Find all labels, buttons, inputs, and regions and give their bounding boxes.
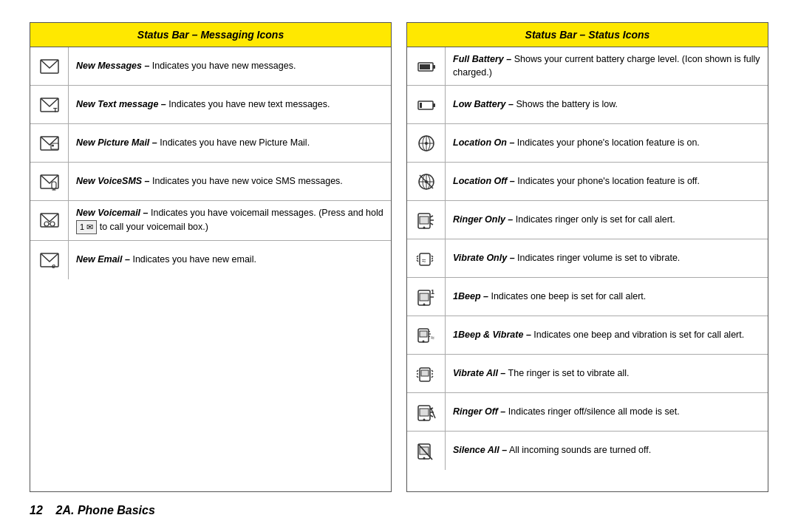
svg-point-26 [425,142,428,145]
svg-point-76 [423,457,425,460]
table-row: New Voicemail – Indicates you have voice… [30,201,391,241]
table-row: Ringer Only – Indicates ringer only is s… [407,201,768,239]
svg-text:1: 1 [431,288,434,296]
svg-point-5 [52,144,54,146]
table-row: Silence All – All incoming sounds are tu… [407,432,768,470]
ringer-only-icon [407,201,446,239]
tables-row: Status Bar – Messaging Icons New Message… [30,22,768,492]
svg-text:T: T [53,106,58,114]
svg-line-45 [432,260,433,262]
table-row: Ringer Off – Indicates ringer off/silenc… [407,393,768,432]
svg-rect-21 [433,103,435,107]
table-row: New VoiceSMS – Indicates you have new vo… [30,163,391,201]
silence-all-icon [407,432,446,470]
svg-rect-68 [420,409,429,416]
new-picture-text: New Picture Mail – Indicates you have ne… [69,131,391,156]
new-voicemail-text: New Voicemail – Indicates you have voice… [69,201,391,240]
one-beep-text: 1Beep – Indicates one beep is set for ca… [446,284,768,310]
svg-line-60 [417,370,418,372]
svg-point-12 [50,222,55,226]
key-1: 1 ✉ [76,220,97,234]
svg-text:e: e [52,262,55,270]
new-text-text: New Text message – Indicates you have ne… [69,92,391,117]
footer: 12 2A. Phone Basics [30,504,768,517]
table-row: Location Off – Indicates your phone's lo… [407,163,768,201]
location-on-icon [407,124,446,162]
vibrate-only-icon: ≈ [407,239,446,277]
left-table: Status Bar – Messaging Icons New Message… [30,22,392,492]
svg-rect-34 [420,216,429,224]
right-table: Status Bar – Status Icons Full Battery –… [406,22,768,492]
table-row: 1 1Beep – Indicates one beep is set for … [407,278,768,316]
vibrate-all-icon [407,355,446,392]
left-table-header: Status Bar – Messaging Icons [30,23,391,47]
svg-point-11 [44,222,49,226]
page-number: 12 [30,504,43,516]
chapter-title: 2A. Phone Basics [56,504,155,516]
table-row: T New Text message – Indicates you have … [30,86,391,124]
svg-text:≈: ≈ [431,334,434,341]
new-voicesms-text: New VoiceSMS – Indicates you have new vo… [69,169,391,194]
ringer-off-icon [407,393,446,431]
table-row: Vibrate All – The ringer is set to vibra… [407,355,768,393]
one-beep-vibrate-icon: ≈ [407,316,446,354]
location-off-text: Location Off – Indicates your phone's lo… [446,169,768,194]
svg-point-54 [422,340,424,342]
svg-rect-20 [420,103,422,108]
table-row: ≈ 1Beep & Vibrate – Indicates one beep a… [407,316,768,355]
right-table-header: Status Bar – Status Icons [407,23,768,47]
svg-line-40 [417,256,418,257]
new-email-icon: e [30,241,69,279]
svg-rect-18 [433,65,435,69]
silence-all-text: Silence All – All incoming sounds are tu… [446,438,768,463]
svg-rect-48 [420,293,429,301]
table-row: ≈ Vibrate Only – Indicates ringer volume… [407,239,768,278]
svg-point-49 [423,303,425,305]
new-picture-icon [30,124,69,162]
new-messages-text: New Messages – Indicates you have new me… [69,54,391,79]
svg-line-42 [417,260,418,262]
ringer-only-text: Ringer Only – Indicates ringer only is s… [446,208,768,233]
new-voicemail-icon [30,201,69,240]
svg-line-62 [417,376,418,378]
svg-line-63 [432,370,433,372]
new-voicesms-icon [30,163,69,200]
svg-rect-53 [420,331,427,337]
full-battery-icon [407,47,446,85]
svg-point-69 [423,418,425,420]
svg-rect-66 [421,370,429,376]
vibrate-all-text: Vibrate All – The ringer is set to vibra… [446,361,768,386]
svg-point-35 [423,226,425,228]
table-row: Low Battery – Shows the battery is low. [407,86,768,124]
location-on-text: Location On – Indicates your phone's loc… [446,131,768,156]
one-beep-icon: 1 [407,278,446,316]
low-battery-text: Low Battery – Shows the battery is low. [446,92,768,117]
vibrate-only-text: Vibrate Only – Indicates ringer volume i… [446,246,768,271]
table-row: e New Email – Indicates you have new ema… [30,241,391,279]
table-row: Full Battery – Shows your current batter… [407,47,768,86]
location-off-icon [407,163,446,200]
svg-line-65 [432,376,433,378]
svg-rect-17 [420,64,430,69]
low-battery-icon [407,86,446,123]
svg-rect-7 [52,182,56,188]
new-messages-icon [30,47,69,85]
table-row: New Picture Mail – Indicates you have ne… [30,124,391,163]
full-battery-text: Full Battery – Shows your current batter… [446,47,768,85]
table-row: New Messages – Indicates you have new me… [30,47,391,86]
new-email-text: New Email – Indicates you have new email… [69,248,391,273]
one-beep-vibrate-text: 1Beep & Vibrate – Indicates one beep and… [446,323,768,348]
table-row: Location On – Indicates your phone's loc… [407,124,768,163]
ringer-off-text: Ringer Off – Indicates ringer off/silenc… [446,400,768,425]
new-text-icon: T [30,86,69,123]
svg-text:≈: ≈ [422,256,426,265]
svg-line-43 [432,256,433,257]
